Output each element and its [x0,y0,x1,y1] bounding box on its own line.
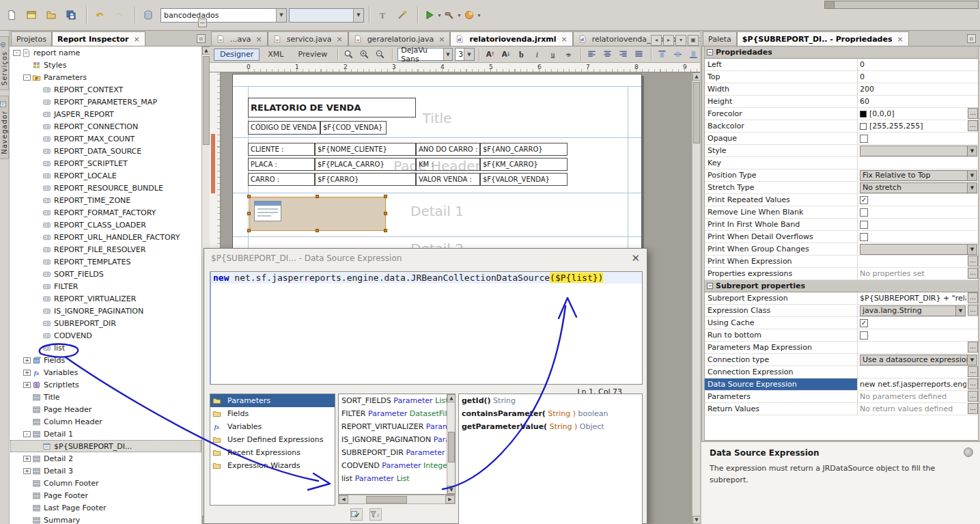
dropdown-arrow-icon[interactable]: ▼ [967,355,977,365]
collapse-toggle-icon[interactable]: - [23,74,31,81]
dropdown-arrow-icon[interactable]: ▼ [955,306,965,316]
property-row-position-type[interactable]: Position TypeFix Relative to Top▼ [705,169,978,182]
redo-button[interactable] [112,6,130,24]
report-static-text-ano-do-carro[interactable]: ANO DO CARRO : [416,143,480,156]
report-title-element[interactable]: RELATORIO DE VENDA [248,98,416,118]
align-top-button[interactable] [656,48,670,61]
expand-toggle-icon[interactable]: + [23,370,31,376]
dropdown-arrow-icon[interactable]: ▼ [967,183,977,193]
checkbox-unchecked-icon[interactable] [860,233,868,241]
font-size-combo[interactable]: 3▼ [455,48,475,61]
property-row-using-cache[interactable]: Using Cache✓ [705,317,978,329]
rail-tab-navegador[interactable]: Navegador [0,96,9,159]
underline-button[interactable]: u [547,48,561,61]
property-row-properties-expressions[interactable]: Properties expressionsNo properties set.… [705,268,978,280]
undo-button[interactable] [92,6,110,24]
align-left-button[interactable] [586,48,600,61]
property-value[interactable]: 0 [858,71,978,83]
property-row-print-in-first-whole-band[interactable]: Print In First Whole Band [705,219,978,231]
tree-item-report-max-count[interactable]: REPORT_MAX_COUNT [10,133,201,145]
report-field-text-f-nome-cliente[interactable]: $F{NOME_CLIENTE} [315,143,416,156]
align-middle-button[interactable] [672,48,686,61]
property-value[interactable]: 0 [858,59,978,70]
align-center-button[interactable] [602,48,615,61]
property-value[interactable]: ▼ [858,145,978,156]
ellipsis-button[interactable]: ... [968,305,978,316]
report-field-text-f-km-carro[interactable]: $F{KM_CARRO} [480,158,568,171]
tree-item-sort-fields[interactable]: SORT_FIELDS [10,268,201,280]
dropdown-caret-icon[interactable]: ▾ [478,12,481,18]
expand-toggle-icon[interactable]: + [23,382,31,388]
apply-button[interactable] [350,508,363,521]
zoom-button[interactable] [343,48,356,61]
close-dialog-icon[interactable]: ✕ [631,252,640,264]
editor-tab-ava[interactable]: ...ava× [211,31,268,46]
property-row-top[interactable]: Top0 [705,71,978,83]
maximize-window-button[interactable]: ▣ [688,35,699,46]
ellipsis-button[interactable]: ... [968,378,978,389]
method-item-getid[interactable]: getId() String [459,394,642,407]
tree-item-last-page-footer[interactable]: Last Page Footer [10,501,201,514]
band-separator[interactable] [233,236,641,237]
property-value[interactable] [858,366,966,378]
category-user-defined-expressions[interactable]: User Defined Expressions [210,433,335,446]
scrollbar-thumb[interactable] [203,56,210,145]
expand-toggle-icon[interactable]: + [23,357,31,363]
minimize-inspector-icon[interactable]: ▫ [197,34,206,43]
close-tab-icon[interactable]: × [134,35,140,44]
open-project-button[interactable] [44,6,61,24]
property-value[interactable]: ✓ [858,194,978,206]
zoom-in-button[interactable] [359,48,372,61]
property-row-print-repeated-values[interactable]: Print Repeated Values✓ [705,194,978,206]
collapse-toggle-icon[interactable]: - [13,50,20,56]
category-variables[interactable]: fxVariables [210,420,335,433]
property-row-parameters-map-expression[interactable]: Parameters Map Expression... [705,342,978,354]
resize-handle[interactable] [316,195,319,198]
checkbox-unchecked-icon[interactable] [860,221,868,229]
tree-item-page-footer[interactable]: Page Footer [10,489,201,501]
report-static-text-placa[interactable]: PLACA : [248,158,315,171]
ellipsis-button[interactable]: ... [968,256,978,266]
italic-button[interactable]: i [531,48,545,61]
close-tab-icon[interactable]: × [561,35,568,44]
properties-tab-paleta[interactable]: Paleta [703,31,737,46]
expression-line[interactable]: new net.sf.jasperreports.engine.data.JRB… [211,272,642,284]
property-row-connection-expression[interactable]: Connection Expression... [705,366,978,378]
checkbox-unchecked-icon[interactable] [860,135,868,143]
tree-item-report-virtualizer[interactable]: REPORT_VIRTUALIZER [10,292,201,305]
category-expression-wizards[interactable]: Expression Wizards [210,459,335,472]
property-value[interactable] [858,231,978,243]
property-dropdown[interactable]: Fix Relative to Top▼ [860,170,977,181]
tree-item-fields[interactable]: +Fields [10,354,201,366]
collapse-group-icon[interactable]: − [707,283,713,289]
tree-item-subreport-dir[interactable]: SUBREPORT_DIR [10,317,201,329]
ellipsis-button[interactable]: ... [968,403,978,414]
scrollbar-thumb[interactable] [693,82,700,143]
connection-combo[interactable]: bancodedados▼ [160,8,287,23]
close-tab-icon[interactable]: × [438,35,445,44]
font-increase-button[interactable]: A [484,48,498,61]
category-parameters[interactable]: Parameters [210,394,335,407]
parameter-item-report-virtualizer[interactable]: REPORT_VIRTUALIZER Parameter [339,420,455,433]
tree-item-report-locale[interactable]: REPORT_LOCALE [10,169,201,182]
property-value[interactable]: ▼ [858,243,978,255]
parameter-item-is-ignore-pagination[interactable]: IS_IGNORE_PAGINATION Parameter [339,433,455,446]
tree-item-report-parameters-map[interactable]: REPORT_PARAMETERS_MAP [10,96,201,108]
view-button-preview[interactable]: Preview [292,49,333,61]
property-value[interactable]: $P{SUBREPORT_DIR} + "relatoriov... [858,292,966,304]
property-value[interactable] [858,157,978,169]
property-row-key[interactable]: Key [705,157,978,169]
method-item-getparametervalue[interactable]: getParameterValue( String ) Object [459,420,642,433]
dropdown-caret-icon[interactable]: ▾ [458,12,461,18]
tree-item-title[interactable]: Title [10,391,201,403]
close-tab-icon[interactable]: × [336,35,342,44]
property-row-forecolor[interactable]: Forecolor[0,0,0]... [705,108,978,120]
scroll-right-icon[interactable]: ▶ [445,495,455,504]
tree-item-filter[interactable]: FILTER [10,280,201,292]
expression-editor[interactable]: new net.sf.jasperreports.engine.data.JRB… [210,271,643,385]
tree-item-detail-3[interactable]: +Detail 3 [10,465,201,477]
tree-item-report-format-factory[interactable]: REPORT_FORMAT_FACTORY [10,206,201,219]
property-value[interactable]: Fix Relative to Top▼ [858,169,978,181]
report-static-text-carro[interactable]: CARRO : [248,173,315,186]
view-button-designer[interactable]: Designer [214,49,260,61]
